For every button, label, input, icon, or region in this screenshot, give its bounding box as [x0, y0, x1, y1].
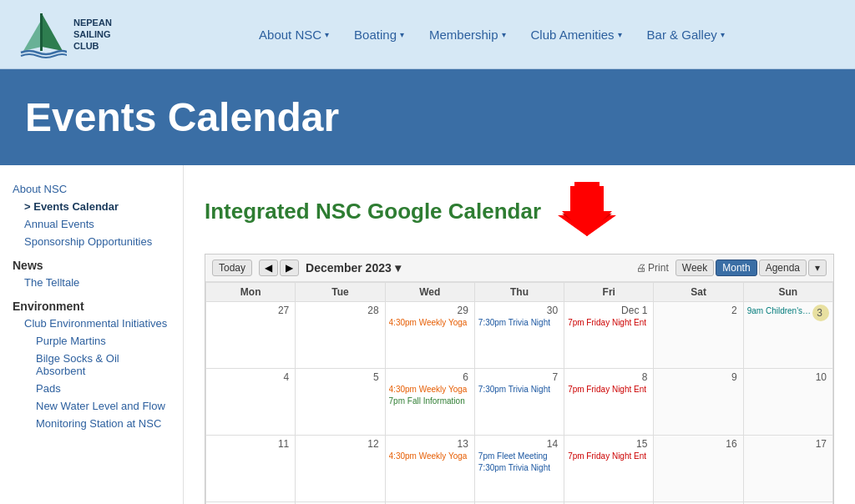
table-row: 4564:30pm Weekly Yoga7pm Fall Informatio…: [206, 369, 833, 436]
sidebar-item-telltale[interactable]: The Telltale: [13, 275, 170, 290]
calendar-event[interactable]: 7pm Friday Night Ent: [568, 317, 650, 328]
day-number: 7: [478, 371, 560, 383]
header-tue: Tue: [296, 283, 385, 302]
day-number: 30: [478, 305, 560, 316]
logo-text: NEPEAN SAILING CLUB: [73, 17, 112, 53]
calendar-cell[interactable]: 134:30pm Weekly Yoga: [385, 436, 474, 502]
calendar-cell[interactable]: 5: [296, 369, 385, 436]
header-thu: Thu: [474, 283, 564, 302]
sidebar-item-annual-events[interactable]: Annual Events: [13, 217, 170, 231]
calendar-cell[interactable]: 16: [654, 436, 743, 502]
calendar-cell[interactable]: 294:30pm Weekly Yoga: [385, 302, 474, 369]
day-number: 29: [389, 305, 471, 316]
logo-icon: [17, 9, 67, 59]
logo[interactable]: NEPEAN SAILING CLUB: [17, 9, 112, 59]
calendar-cell[interactable]: 10: [743, 369, 832, 436]
calendar-event[interactable]: 7:30pm Trivia Night: [478, 384, 560, 395]
today-button[interactable]: Today: [212, 260, 252, 276]
chevron-down-icon: ▾: [721, 30, 725, 39]
next-month-button[interactable]: ▶: [280, 260, 299, 276]
calendar-cell[interactable]: 12: [296, 436, 385, 502]
day-number: 11: [210, 438, 291, 450]
calendar-event[interactable]: 7pm Fleet Meeting: [478, 451, 560, 461]
calendar-event[interactable]: 7pm Fall Information: [389, 396, 471, 406]
nav-links: About NSC ▾ Boating ▾ Membership ▾ Club …: [145, 28, 838, 42]
day-number: 13: [389, 438, 471, 450]
agenda-view-button[interactable]: Agenda: [759, 260, 807, 276]
svg-marker-1: [23, 19, 42, 51]
calendar-section-title: Integrated NSC Google Calendar: [205, 182, 834, 240]
calendar-cell[interactable]: 27: [206, 302, 296, 369]
header-wed: Wed: [385, 283, 474, 302]
sidebar-item-monitoring-station[interactable]: Monitoring Station at NSC: [13, 416, 170, 431]
day-number: Dec 1: [568, 305, 650, 316]
calendar-event[interactable]: 4:30pm Weekly Yoga: [389, 451, 471, 461]
svg-marker-0: [42, 13, 63, 51]
nav-boating[interactable]: Boating ▾: [354, 28, 404, 42]
table-row: 2728294:30pm Weekly Yoga307:30pm Trivia …: [206, 302, 833, 369]
print-button[interactable]: 🖨 Print: [636, 262, 669, 274]
calendar-cell[interactable]: 157pm Friday Night Ent: [564, 436, 654, 502]
nav-bar-galley[interactable]: Bar & Galley ▾: [647, 28, 725, 42]
view-buttons: Week Month Agenda ▾: [675, 260, 827, 276]
calendar-cell[interactable]: Dec 17pm Friday Night Ent: [564, 302, 654, 369]
day-number: 2: [657, 305, 739, 316]
day-number: 27: [210, 305, 291, 316]
calendar-event[interactable]: 7:30pm Trivia Night: [478, 317, 560, 328]
sidebar-item-purple-martins[interactable]: Purple Martins: [13, 334, 170, 348]
week-view-button[interactable]: Week: [675, 260, 714, 276]
chevron-down-icon: ▾: [400, 30, 404, 39]
prev-month-button[interactable]: ◀: [259, 260, 278, 276]
day-number: 17: [747, 438, 829, 450]
month-view-button[interactable]: Month: [716, 260, 756, 276]
day-number: 8: [568, 371, 650, 383]
header-fri: Fri: [564, 283, 654, 302]
day-number: 9: [657, 371, 739, 383]
calendar-event[interactable]: 4:30pm Weekly Yoga: [389, 384, 471, 395]
header-mon: Mon: [206, 283, 296, 302]
calendar-cell[interactable]: 87pm Friday Night Ent: [564, 369, 654, 436]
calendar-cell[interactable]: 17: [743, 436, 832, 502]
nav-membership[interactable]: Membership ▾: [429, 28, 506, 42]
calendar-cell[interactable]: 77:30pm Trivia Night: [474, 369, 564, 436]
day-number: 5: [299, 371, 381, 383]
chevron-down-icon: ▾: [325, 30, 329, 39]
calendar-cell[interactable]: 39am Children's Christ: [743, 302, 832, 369]
sidebar-item-pads[interactable]: Pads: [13, 381, 170, 396]
sidebar-item-env-initiatives[interactable]: Club Environmental Initiatives: [13, 316, 170, 330]
navigation: NEPEAN SAILING CLUB About NSC ▾ Boating …: [0, 0, 855, 69]
calendar-header-row: Mon Tue Wed Thu Fri Sat Sun: [206, 283, 833, 302]
calendar-cell[interactable]: 11: [206, 436, 296, 502]
calendar-cell[interactable]: 4: [206, 369, 296, 436]
chevron-down-icon: ▾: [618, 30, 622, 39]
day-number: 15: [568, 438, 650, 450]
sidebar-item-about-nsc[interactable]: About NSC: [13, 182, 170, 196]
day-number: 12: [299, 438, 381, 450]
calendar-cell[interactable]: 307:30pm Trivia Night: [474, 302, 564, 369]
chevron-down-icon: ▾: [502, 30, 506, 39]
calendar-event[interactable]: 9am Children's Christ: [747, 305, 812, 316]
sidebar-item-bilge-socks[interactable]: Bilge Socks & Oil Absorbent: [13, 351, 170, 378]
nav-club-amenities[interactable]: Club Amenities ▾: [531, 28, 622, 42]
sidebar-item-events-calendar[interactable]: Events Calendar: [13, 199, 170, 214]
sidebar-item-water-level[interactable]: New Water Level and Flow: [13, 399, 170, 413]
calendar-cell[interactable]: 147pm Fleet Meeting7:30pm Trivia Night: [474, 436, 564, 502]
table-row: 1112134:30pm Weekly Yoga147pm Fleet Meet…: [206, 436, 833, 502]
more-view-button[interactable]: ▾: [808, 260, 827, 276]
nav-about[interactable]: About NSC ▾: [259, 28, 329, 42]
calendar-body: 2728294:30pm Weekly Yoga307:30pm Trivia …: [206, 302, 833, 505]
day-number: 28: [299, 305, 381, 316]
day-number: 14: [478, 438, 560, 450]
day-number: 10: [747, 371, 829, 383]
calendar-event[interactable]: 7pm Friday Night Ent: [568, 384, 650, 395]
calendar-toolbar: Today ◀ ▶ December 2023 ▾ 🖨 Print Week M…: [205, 255, 833, 282]
month-label: December 2023 ▾: [306, 261, 630, 275]
calendar-cell[interactable]: 64:30pm Weekly Yoga7pm Fall Information: [385, 369, 474, 436]
calendar-cell[interactable]: 2: [654, 302, 743, 369]
calendar-event[interactable]: 7pm Friday Night Ent: [568, 451, 650, 461]
calendar-event[interactable]: 7:30pm Trivia Night: [478, 462, 560, 473]
calendar-event[interactable]: 4:30pm Weekly Yoga: [389, 317, 471, 328]
calendar-cell[interactable]: 28: [296, 302, 385, 369]
sidebar-item-sponsorship[interactable]: Sponsorship Opportunities: [13, 234, 170, 249]
calendar-cell[interactable]: 9: [654, 369, 743, 436]
